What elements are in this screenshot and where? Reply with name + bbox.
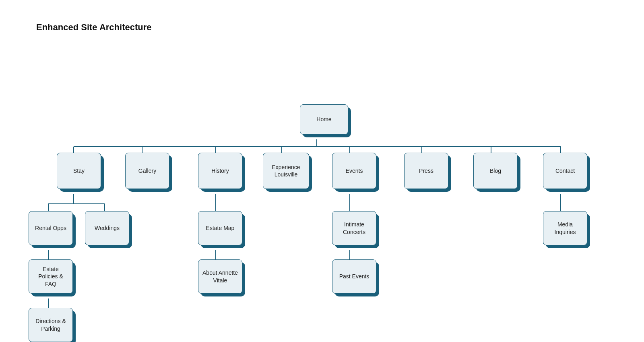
node-about-annette[interactable]: About Annette Vitale <box>198 259 242 294</box>
node-contact[interactable]: Contact <box>543 153 587 189</box>
node-events[interactable]: Events <box>332 153 376 189</box>
node-estate-policies[interactable]: Estate Policies & FAQ <box>29 259 73 294</box>
node-gallery[interactable]: Gallery <box>125 153 169 189</box>
node-stay[interactable]: Stay <box>57 153 101 189</box>
node-directions-parking[interactable]: Directions & Parking <box>29 308 73 342</box>
node-weddings[interactable]: Weddings <box>85 211 129 245</box>
node-intimate-concerts[interactable]: Intimate Concerts <box>332 211 376 245</box>
node-experience-louisville[interactable]: Experience Louisville <box>263 153 309 189</box>
node-estate-map[interactable]: Estate Map <box>198 211 242 245</box>
node-rental-opps[interactable]: Rental Opps <box>29 211 73 245</box>
node-press[interactable]: Press <box>404 153 448 189</box>
node-media-inquiries[interactable]: Media Inquiries <box>543 211 587 245</box>
node-past-events[interactable]: Past Events <box>332 259 376 294</box>
node-home[interactable]: Home <box>300 104 348 135</box>
node-blog[interactable]: Blog <box>473 153 518 189</box>
page-title: Enhanced Site Architecture <box>0 0 644 45</box>
node-history[interactable]: History <box>198 153 242 189</box>
